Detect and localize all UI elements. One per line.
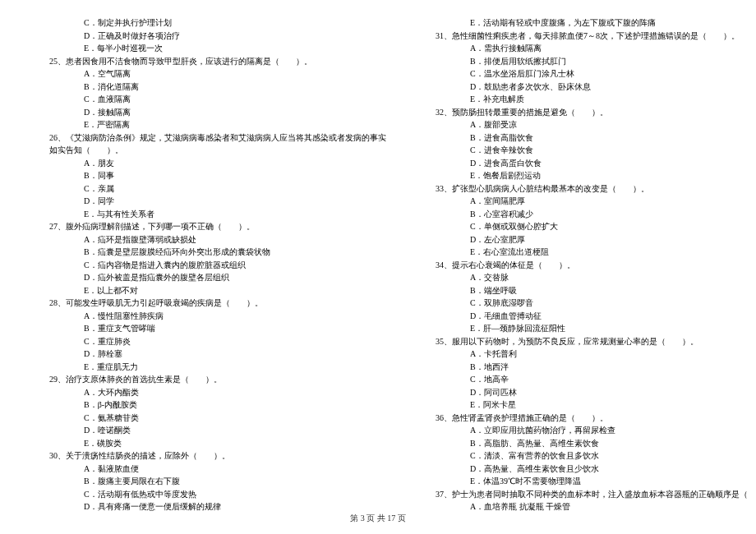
option: C．氨基糖苷类 <box>49 412 386 425</box>
option: E．饱餐后剧烈运动 <box>436 169 756 182</box>
right-column: E．活动期有轻或中度腹痛，为左下腹或下腹的阵痛 31、急性细菌性痢疾患者，每天排… <box>436 16 756 493</box>
question-29: 29、治疗支原体肺炎的首选抗生素是（ ）。 <box>49 373 386 386</box>
question-36: 36、急性肾盂肾炎护理措施正确的是（ ）。 <box>436 412 756 425</box>
option: E．严密隔离 <box>49 118 386 131</box>
option: C．亲属 <box>49 182 386 196</box>
option: C．双肺底湿啰音 <box>436 297 756 310</box>
option: E．磺胺类 <box>49 437 386 450</box>
question-33: 33、扩张型心肌病病人心脏结构最基本的改变是（ ）。 <box>436 182 756 196</box>
option: A．朋友 <box>49 157 386 170</box>
option: D．肺栓塞 <box>49 348 386 361</box>
option: C．重症肺炎 <box>49 335 386 348</box>
option: E．阿米卡星 <box>436 398 756 412</box>
pre-option: C．制定并执行护理计划 <box>49 16 386 30</box>
option: D．具有疼痛一便意一便后缓解的规律 <box>49 500 386 513</box>
option: B．排便后用软纸擦拭肛门 <box>436 55 756 68</box>
option: B．地西泮 <box>436 361 756 374</box>
option: A．慢性阻塞性肺疾病 <box>49 310 386 323</box>
option: B．高脂肪、高热量、高维生素饮食 <box>436 437 756 450</box>
left-column: C．制定并执行护理计划 D．正确及时做好各项治疗 E．每半小时巡视一次 25、患… <box>49 16 386 493</box>
option: B．β-内酰胺类 <box>49 398 386 412</box>
option: C．地高辛 <box>436 373 756 386</box>
question-25: 25、患者因食用不洁食物而导致甲型肝炎，应该进行的隔离是（ ）。 <box>49 55 386 68</box>
pre-option: D．正确及时做好各项治疗 <box>49 30 386 43</box>
option: C．温水坐浴后肛门涂凡士林 <box>436 67 756 81</box>
option: A．交替脉 <box>436 271 756 284</box>
option: E．补充电解质 <box>436 93 756 106</box>
option: D．高热量、高维生素饮食且少饮水 <box>436 463 756 476</box>
question-30: 30、关于溃疡性结肠炎的描述，应除外（ ）。 <box>49 449 386 463</box>
question-34: 34、提示右心衰竭的体征是（ ）。 <box>436 259 756 272</box>
option: C．疝内容物是指进入囊内的腹腔脏器或组织 <box>49 259 386 272</box>
question-27: 27、腹外疝病理解剖描述，下列哪一项不正确（ ）。 <box>49 220 386 233</box>
option: D．进食高蛋白饮食 <box>436 157 756 170</box>
option: A．大环内酯类 <box>49 386 386 399</box>
option: B．消化道隔离 <box>49 81 386 94</box>
pre-option: E．活动期有轻或中度腹痛，为左下腹或下腹的阵痛 <box>436 16 756 30</box>
option: C．活动期有低热或中等度发热 <box>49 488 386 501</box>
option: A．血培养瓶 抗凝瓶 干燥管 <box>436 500 756 513</box>
option: C．单侧或双侧心腔扩大 <box>436 220 756 233</box>
two-column-layout: C．制定并执行护理计划 D．正确及时做好各项治疗 E．每半小时巡视一次 25、患… <box>49 16 707 493</box>
option: A．疝环是指腹壁薄弱或缺损处 <box>49 233 386 246</box>
option: D．鼓励患者多次饮水、卧床休息 <box>436 81 756 94</box>
option: D．阿司匹林 <box>436 386 756 399</box>
option: B．疝囊是壁层腹膜经疝环向外突出形成的囊袋状物 <box>49 246 386 259</box>
option: B．端坐呼吸 <box>436 284 756 297</box>
option: B．心室容积减少 <box>436 208 756 221</box>
page-footer: 第 3 页 共 17 页 <box>0 513 756 524</box>
option: A．需执行接触隔离 <box>436 42 756 55</box>
question-32: 32、预防肠扭转最重要的措施是避免（ ）。 <box>436 106 756 119</box>
option: E．右心室流出道梗阻 <box>436 246 756 259</box>
option: D．喹诺酮类 <box>49 424 386 437</box>
option: A．卡托普利 <box>436 348 756 361</box>
question-26-line1: 26、《艾滋病防治条例》规定，艾滋病病毒感染者和艾滋病病人应当将其感染或者发病的… <box>49 131 386 145</box>
question-37: 37、护士为患者同时抽取不同种类的血标本时，注入盛放血标本容器瓶的正确顺序是（ … <box>436 488 756 501</box>
question-35: 35、服用以下药物时，为预防不良反应，应常规测量心率的是（ ）。 <box>436 335 756 348</box>
question-28: 28、可能发生呼吸肌无力引起呼吸衰竭的疾病是（ ）。 <box>49 297 386 310</box>
option: B．进食高脂饮食 <box>436 131 756 145</box>
option: D．左心室肥厚 <box>436 233 756 246</box>
option: A．腹部受凉 <box>436 118 756 131</box>
option: E．肝—颈静脉回流征阳性 <box>436 322 756 335</box>
question-31: 31、急性细菌性痢疾患者，每天排脓血便7～8次，下述护理措施错误的是（ ）。 <box>436 30 756 43</box>
option: D．接触隔离 <box>49 106 386 119</box>
option: B．腹痛主要局限在右下腹 <box>49 475 386 488</box>
option: D．疝外被盖是指疝囊外的腹壁各层组织 <box>49 271 386 284</box>
option: C．进食辛辣饮食 <box>436 144 756 157</box>
option: E．与其有性关系者 <box>49 208 386 221</box>
option: D．同学 <box>49 195 386 208</box>
option: B．同事 <box>49 169 386 182</box>
option: E．体温39℃时不需要物理降温 <box>436 475 756 488</box>
option: D．毛细血管搏动征 <box>436 310 756 323</box>
option: A．空气隔离 <box>49 67 386 81</box>
option: B．重症支气管哮喘 <box>49 322 386 335</box>
option: C．清淡、富有营养的饮食且多饮水 <box>436 449 756 463</box>
option: A．室间隔肥厚 <box>436 195 756 208</box>
option: A．立即应用抗菌药物治疗，再留尿检查 <box>436 424 756 437</box>
option: C．血液隔离 <box>49 93 386 106</box>
option: E．以上都不对 <box>49 284 386 297</box>
option: A．黏液脓血便 <box>49 463 386 476</box>
option: E．重症肌无力 <box>49 361 386 374</box>
pre-option: E．每半小时巡视一次 <box>49 42 386 55</box>
question-26-line2: 如实告知（ ）。 <box>49 144 386 157</box>
